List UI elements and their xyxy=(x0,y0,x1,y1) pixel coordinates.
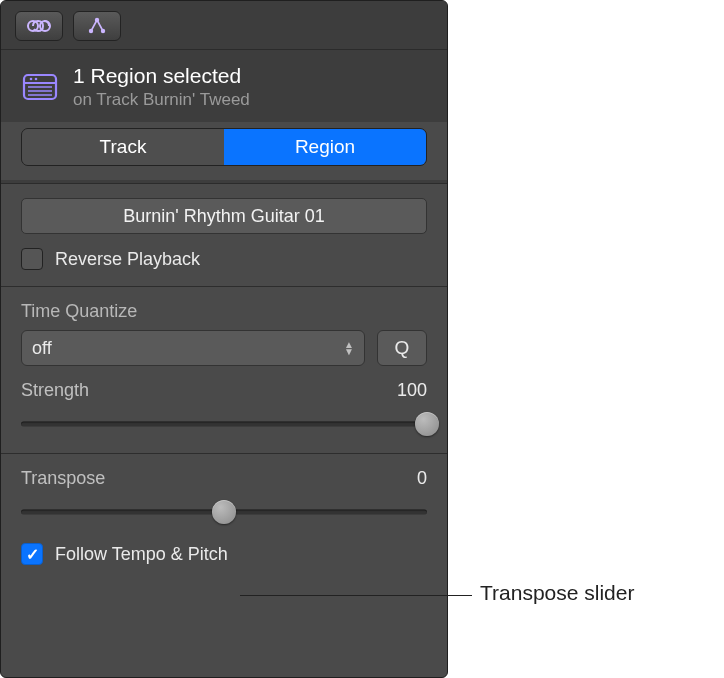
follow-tempo-checkbox[interactable] xyxy=(21,543,43,565)
region-name-section: Burnin' Rhythm Guitar 01 Reverse Playbac… xyxy=(1,184,447,287)
reverse-playback-checkbox[interactable] xyxy=(21,248,43,270)
header: 1 Region selected on Track Burnin' Tweed xyxy=(1,50,447,122)
strength-value[interactable]: 100 xyxy=(397,380,427,401)
link-button[interactable] xyxy=(73,11,121,41)
header-subtitle: on Track Burnin' Tweed xyxy=(73,90,250,110)
quantize-button[interactable]: Q xyxy=(377,330,427,366)
callout-text: Transpose slider xyxy=(480,581,634,605)
loop-icon xyxy=(26,18,52,34)
time-quantize-label: Time Quantize xyxy=(21,301,427,322)
loop-button[interactable] xyxy=(15,11,63,41)
time-quantize-section: Time Quantize off ▲▼ Q Strength 100 xyxy=(1,287,447,454)
time-quantize-value: off xyxy=(32,338,52,359)
header-text: 1 Region selected on Track Burnin' Tweed xyxy=(73,64,250,110)
reverse-playback-row: Reverse Playback xyxy=(21,248,427,270)
transpose-label: Transpose xyxy=(21,468,105,489)
svg-line-6 xyxy=(97,20,103,31)
tab-region[interactable]: Region xyxy=(224,129,426,165)
amp-icon xyxy=(21,70,59,104)
reverse-playback-label: Reverse Playback xyxy=(55,249,200,270)
link-icon xyxy=(87,16,107,36)
follow-tempo-row: Follow Tempo & Pitch xyxy=(21,543,427,565)
svg-point-9 xyxy=(30,78,33,81)
strength-label: Strength xyxy=(21,380,89,401)
region-name-field[interactable]: Burnin' Rhythm Guitar 01 xyxy=(21,198,427,234)
follow-tempo-label: Follow Tempo & Pitch xyxy=(55,544,228,565)
transpose-value[interactable]: 0 xyxy=(417,468,427,489)
transpose-slider[interactable] xyxy=(21,499,427,525)
transpose-section: Transpose 0 Follow Tempo & Pitch xyxy=(1,454,447,581)
updown-icon: ▲▼ xyxy=(344,341,354,355)
slider-thumb[interactable] xyxy=(415,412,439,436)
inspector-panel: 1 Region selected on Track Burnin' Tweed… xyxy=(0,0,448,678)
svg-line-5 xyxy=(91,20,97,31)
svg-point-10 xyxy=(35,78,38,81)
tab-track[interactable]: Track xyxy=(22,129,224,165)
toolbar xyxy=(1,1,447,50)
slider-thumb[interactable] xyxy=(212,500,236,524)
header-title: 1 Region selected xyxy=(73,64,250,88)
slider-track xyxy=(21,422,427,427)
track-region-segmented: Track Region xyxy=(21,128,427,166)
time-quantize-dropdown[interactable]: off ▲▼ xyxy=(21,330,365,366)
strength-slider[interactable] xyxy=(21,411,427,437)
